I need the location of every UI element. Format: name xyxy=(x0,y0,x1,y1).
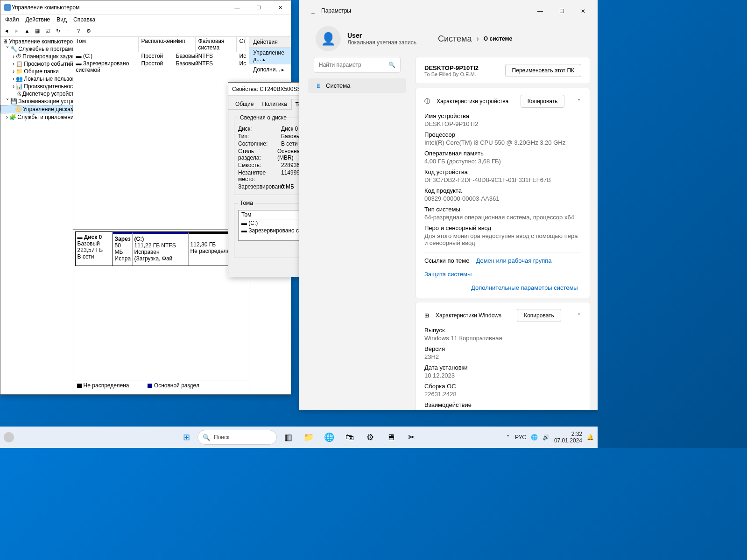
volume-list[interactable]: ▬ (C:) Простой Базовый NTFS Ис ▬ Зарезер… xyxy=(73,52,249,230)
compmgmt-icon[interactable]: 🖥 xyxy=(381,428,400,447)
tab-policy[interactable]: Политика xyxy=(258,98,291,109)
tree-storage[interactable]: ˅ 💾 Запоминающие устройс xyxy=(0,98,73,105)
col-type[interactable]: Тип xyxy=(173,37,196,52)
info-icon: ⓘ xyxy=(424,98,430,105)
windows-specs-card: ⊞ Характеристики Windows Копировать ⌃ Вы… xyxy=(416,302,590,410)
tree-root[interactable]: 🖥Управление компьютером (л xyxy=(0,38,73,45)
tray-clock[interactable]: 2:3207.01.2024 xyxy=(554,431,582,444)
disk-0-row: ▬ Диск 0 Базовый 223,57 ГБ В сети Зарез5… xyxy=(75,231,247,266)
tray-network-icon[interactable]: 🌐 xyxy=(531,434,538,441)
help-icon[interactable]: ? xyxy=(73,26,84,35)
settings-app-title: Параметры xyxy=(321,7,343,14)
windows-icon: ⊞ xyxy=(424,312,429,319)
taskbar: ⊞ 🔍 Поиск ▥ 📁 🌐 🛍 ⚙ 🖥 ✂ ⌃ РУС 🌐 🔊 2:3207… xyxy=(0,427,598,448)
partition-c[interactable]: (C:)111,22 ГБ NTFSИсправен (Загрузка, Фа… xyxy=(133,232,189,266)
partition-reserved[interactable]: Зарез50 МБИспра xyxy=(113,232,133,266)
volume-row[interactable]: ▬ Зарезервировано системой Простой Базов… xyxy=(73,60,249,74)
copy-winspecs-button[interactable]: Копировать xyxy=(517,309,561,322)
refresh-icon[interactable]: ↻ xyxy=(53,26,63,35)
back-icon[interactable]: ◄ xyxy=(1,26,12,35)
search-input[interactable]: Найти параметр 🔍 xyxy=(314,57,401,73)
explorer-icon[interactable]: 📁 xyxy=(299,428,318,447)
tree-device-manager[interactable]: 🖨 Диспетчер устройст xyxy=(0,90,73,98)
link-advanced[interactable]: Дополнительные параметры системы xyxy=(471,284,578,291)
system-tray: ⌃ РУС 🌐 🔊 2:3207.01.2024 🔔 xyxy=(506,431,594,444)
volume-list-header: Том Расположение Тип Файловая система Ст xyxy=(73,37,249,52)
chevron-up-icon[interactable]: ⌃ xyxy=(577,312,581,319)
tab-general[interactable]: Общие xyxy=(231,98,258,109)
crumb-system[interactable]: Система xyxy=(438,34,472,44)
cm-toolbar: ◄ ► ▲ ▦ ☑ ↻ ≡ ? ⚙ xyxy=(0,25,291,37)
minimize-button[interactable]: — xyxy=(529,8,551,14)
disk-0-info[interactable]: ▬ Диск 0 Базовый 223,57 ГБ В сети xyxy=(76,232,113,266)
folder-icon[interactable]: ▦ xyxy=(32,26,42,35)
link-sysprotect[interactable]: Защита системы xyxy=(424,271,472,278)
menu-file[interactable]: Файл xyxy=(2,15,22,24)
cm-tree[interactable]: 🖥Управление компьютером (л ˅ 🔧 Служебные… xyxy=(0,37,73,391)
menu-help[interactable]: Справка xyxy=(70,15,98,24)
taskbar-search[interactable]: 🔍 Поиск xyxy=(197,430,277,445)
tree-performance[interactable]: › 📊 Производительност xyxy=(0,83,73,90)
settings-window: ← Параметры — ☐ ✕ 👤 User Локальная учетн… xyxy=(299,0,598,410)
close-button[interactable]: ✕ xyxy=(269,0,291,14)
col-fs[interactable]: Файловая система xyxy=(196,37,237,52)
actions-diskmgmt[interactable]: Управление д... ▴ xyxy=(249,48,291,64)
forward-icon[interactable]: ► xyxy=(12,26,22,35)
tray-chevron-icon[interactable]: ⌃ xyxy=(506,434,510,441)
tree-system-tools[interactable]: ˅ 🔧 Служебные программы xyxy=(0,45,73,53)
app-icon xyxy=(4,4,11,11)
tray-volume-icon[interactable]: 🔊 xyxy=(543,434,550,441)
weather-icon[interactable] xyxy=(4,432,14,442)
start-button[interactable]: ⊞ xyxy=(177,428,196,447)
system-icon: 🖥 xyxy=(316,83,321,89)
actions-header: Действия xyxy=(249,37,291,48)
tree-task-scheduler[interactable]: › ⏱ Планировщик заданий xyxy=(0,53,73,60)
cm-title: Управление компьютером xyxy=(12,4,226,11)
taskview-icon[interactable]: ▥ xyxy=(279,428,297,447)
cm-menubar: Файл Действие Вид Справка xyxy=(0,14,291,25)
tree-disk-management[interactable]: 📀 Управление дисками xyxy=(0,105,73,113)
tree-shared-folders[interactable]: › 📁 Общие папки xyxy=(0,68,73,75)
sidebar-item-system[interactable]: 🖥 Система xyxy=(308,78,406,93)
cm-titlebar[interactable]: Управление компьютером — ☐ ✕ xyxy=(0,0,291,14)
col-tom[interactable]: Том xyxy=(73,37,139,52)
up-icon[interactable]: ▲ xyxy=(22,26,32,35)
breadcrumb: Система › О системе xyxy=(438,34,512,44)
maximize-button[interactable]: ☐ xyxy=(551,8,572,14)
col-layout[interactable]: Расположение xyxy=(139,37,173,52)
volume-row[interactable]: ▬ (C:) Простой Базовый NTFS Ис xyxy=(73,52,249,60)
props-icon[interactable]: ☑ xyxy=(42,26,53,35)
menu-view[interactable]: Вид xyxy=(54,15,70,24)
rename-pc-button[interactable]: Переименовать этот ПК xyxy=(505,64,581,77)
store-icon[interactable]: 🛍 xyxy=(340,428,359,447)
device-card: DESKTOP-9P10TI2 To Be Filled By O.E.M. П… xyxy=(416,57,590,84)
crumb-about: О системе xyxy=(484,35,512,42)
disk-map: ▬ Диск 0 Базовый 223,57 ГБ В сети Зарез5… xyxy=(73,230,249,270)
close-button[interactable]: ✕ xyxy=(572,8,594,14)
link-domain[interactable]: Домен или рабочая группа xyxy=(476,257,551,264)
minimize-button[interactable]: — xyxy=(226,0,248,14)
tree-event-viewer[interactable]: › 📋 Просмотр событий xyxy=(0,60,73,68)
disk-legend: Не распределена Основной раздел xyxy=(73,380,249,391)
edge-icon[interactable]: 🌐 xyxy=(320,428,338,447)
user-avatar[interactable]: 👤 xyxy=(316,26,341,51)
settings-titlebar[interactable]: ← Параметры — ☐ ✕ xyxy=(299,0,598,22)
settings-icon[interactable]: ⚙ xyxy=(361,428,380,447)
user-block: User Локальная учетная запись xyxy=(347,32,431,46)
copy-specs-button[interactable]: Копировать xyxy=(521,95,565,108)
list-icon[interactable]: ≡ xyxy=(63,26,73,35)
settings-icon[interactable]: ⚙ xyxy=(84,26,94,35)
tree-services-apps[interactable]: › 🧩 Службы и приложения xyxy=(0,113,73,121)
tray-lang[interactable]: РУС xyxy=(515,434,526,441)
tray-notifications-icon[interactable]: 🔔 xyxy=(587,434,594,441)
device-specs-card: ⓘ Характеристики устройства Копировать ⌃… xyxy=(416,88,590,298)
col-status[interactable]: Ст xyxy=(237,37,246,52)
menu-action[interactable]: Действие xyxy=(23,15,53,24)
snip-icon[interactable]: ✂ xyxy=(402,428,421,447)
chevron-up-icon[interactable]: ⌃ xyxy=(577,98,581,105)
maximize-button[interactable]: ☐ xyxy=(248,0,269,14)
search-icon: 🔍 xyxy=(388,62,395,68)
tree-local-users[interactable]: › 👥 Локальные пользова xyxy=(0,75,73,83)
actions-more[interactable]: Дополни... ▸ xyxy=(249,64,291,75)
